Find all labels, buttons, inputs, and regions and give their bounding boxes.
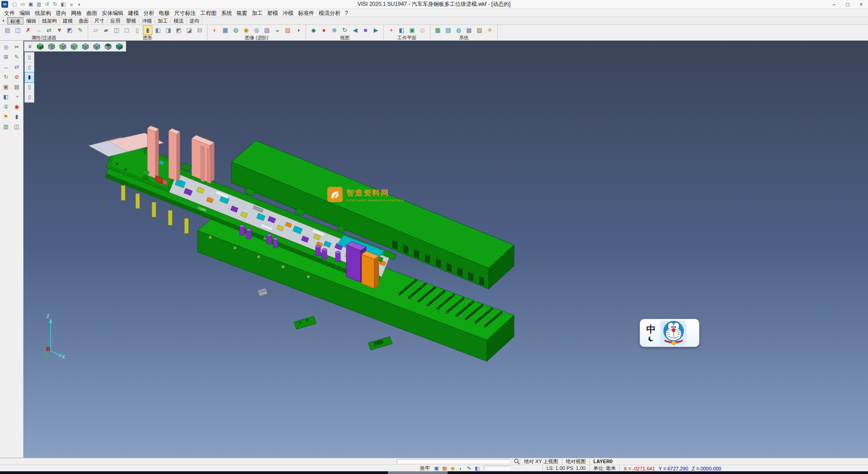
menu-item-17[interactable]: 标准件 (296, 9, 316, 17)
options-icon[interactable]: ≡ (68, 1, 75, 8)
taskbar[interactable] (0, 471, 868, 474)
view-left[interactable] (80, 42, 91, 51)
globe-icon[interactable]: ◍ (454, 25, 463, 35)
quick-access-dropdown-icon[interactable]: ▾ (76, 1, 82, 8)
view-right[interactable] (69, 42, 80, 51)
menu-item-19[interactable]: ? (343, 9, 350, 17)
swap-filter-icon[interactable]: ⇄ (44, 25, 54, 35)
print-icon[interactable]: ▥ (35, 1, 42, 8)
menu-item-4[interactable]: 网格 (69, 9, 84, 17)
clipboard-slot-4-icon[interactable]: ▯ (25, 82, 34, 92)
translate-icon[interactable]: ↔ (1, 62, 11, 71)
view-back[interactable] (91, 42, 102, 51)
menu-item-15[interactable]: 塑模 (265, 9, 280, 17)
menu-item-0[interactable]: 文件 (2, 9, 17, 17)
view-axonometric[interactable] (114, 42, 125, 51)
cube-mode-icon[interactable]: ◧ (473, 465, 481, 472)
pattern-icon[interactable]: ▨ (475, 25, 484, 35)
close-button[interactable]: × (854, 0, 868, 9)
sheet-icon[interactable]: ▤ (12, 82, 22, 91)
new-workplane-icon[interactable]: + (387, 25, 396, 35)
tab-6[interactable]: 应用 (108, 17, 123, 24)
redo-icon[interactable]: ↻ (52, 1, 59, 8)
half-shade-icon[interactable]: ◐ (457, 465, 465, 472)
bulb-icon[interactable]: ◉ (449, 465, 457, 472)
tab-0[interactable]: 标准 (7, 17, 24, 24)
delete-filter-icon[interactable]: ✗ (24, 25, 33, 35)
menu-item-9[interactable]: 电极 (156, 9, 172, 17)
pan-icon[interactable]: ⊕ (330, 25, 339, 35)
element-attributes-icon[interactable]: ▤ (3, 25, 12, 35)
rotate-view-icon[interactable]: ↻ (340, 25, 349, 35)
section-view-icon[interactable]: ◧ (153, 25, 163, 35)
mask-filter-icon[interactable]: ▼ (55, 25, 64, 35)
color-palette-icon[interactable]: ▤ (443, 25, 453, 35)
cylinder-display-icon[interactable]: ▯ (132, 25, 142, 35)
menu-item-7[interactable]: 建模 (126, 9, 141, 17)
contrast-icon[interactable]: ◑ (293, 25, 303, 35)
history-clock-icon[interactable]: ◔ (12, 92, 22, 101)
clipboard-slot-2-icon[interactable]: ▯ (25, 62, 34, 72)
view-isometric[interactable] (35, 42, 46, 51)
menu-item-12[interactable]: 系统 (219, 9, 234, 17)
open-file-icon[interactable]: ▭ (19, 1, 26, 8)
zoom-all-icon[interactable]: ◆ (309, 25, 318, 35)
environment-icon[interactable]: ◒ (273, 25, 282, 35)
menu-item-5[interactable]: 曲面 (84, 9, 99, 17)
view-top[interactable] (46, 42, 57, 51)
taskbar-preview-box[interactable] (388, 471, 448, 474)
toggle-workplane-icon[interactable]: ◇ (418, 25, 427, 35)
tab-8[interactable]: 冲模 (139, 17, 155, 24)
search-icon[interactable] (514, 458, 520, 465)
chart-icon[interactable]: ▥ (1, 122, 11, 131)
menu-item-10[interactable]: 尺寸标注 (172, 9, 198, 17)
clip-plane-icon[interactable]: ◨ (164, 25, 173, 35)
menu-item-13[interactable]: 视窗 (234, 9, 250, 17)
menu-item-1[interactable]: 编辑 (17, 9, 33, 17)
ime-status-widget[interactable]: 中 (640, 319, 699, 347)
view-cube-icon[interactable]: ◧ (60, 1, 67, 8)
viewport-3d[interactable]: FORK FORK (24, 41, 868, 458)
measure-icon[interactable]: ② (1, 102, 11, 111)
view-menu-icon[interactable]: ≡ (25, 42, 34, 51)
table-icon[interactable]: ▩ (464, 25, 474, 35)
camera-icon[interactable]: ◎ (252, 25, 261, 35)
target-icon[interactable]: ◉ (12, 102, 22, 111)
background-icon[interactable]: ⊟ (195, 25, 204, 35)
menu-item-11[interactable]: 工程图 (198, 9, 219, 17)
menu-item-18[interactable]: 模流分析 (316, 9, 343, 17)
ime-moon-icon[interactable] (648, 336, 654, 342)
status-lock-label[interactable]: 拴牢 (418, 465, 432, 472)
clipboard-slot-1-icon[interactable]: ▯ (25, 52, 34, 62)
solid-icon[interactable]: ◧ (1, 92, 11, 101)
save-icon[interactable]: ▣ (27, 1, 34, 8)
select-zoom-icon[interactable]: ◎ (1, 43, 11, 52)
menu-item-8[interactable]: 分析 (141, 9, 156, 17)
maximize-button[interactable]: □ (841, 0, 854, 9)
undo-icon[interactable]: ↺ (43, 1, 51, 8)
grid-settings-icon[interactable]: ▦ (433, 25, 443, 35)
clipboard-slot-5-icon[interactable]: ▯ (25, 92, 34, 102)
render-icon[interactable]: ◐ (210, 25, 220, 35)
selection-filter-icon[interactable]: → (34, 25, 43, 35)
zoom-window-icon[interactable]: ● (319, 25, 329, 35)
rotate-tool-icon[interactable]: ↻ (1, 72, 11, 81)
highlight-filter-icon[interactable]: ◩ (65, 25, 75, 35)
tab-10[interactable]: 模流 (171, 17, 187, 24)
view-front[interactable] (57, 42, 68, 51)
menu-item-14[interactable]: 加工 (250, 9, 265, 17)
system-settings-icon[interactable]: ✳ (485, 25, 495, 35)
menu-item-6[interactable]: 实体编辑 (99, 9, 126, 17)
tab-11[interactable]: 逆向 (187, 17, 203, 24)
previous-view-icon[interactable]: ◀ (350, 25, 360, 35)
battery-icon[interactable]: ▮ (12, 112, 22, 121)
minimize-button[interactable]: – (827, 0, 841, 9)
texture-icon[interactable]: ▦ (221, 25, 230, 35)
clipboard-slot-3-icon[interactable]: ▮ (25, 72, 34, 82)
delete-tool-icon[interactable]: ⊘ (12, 72, 22, 81)
tab-1[interactable]: 编辑 (24, 17, 39, 24)
menu-item-16[interactable]: 冲模 (280, 9, 296, 17)
tab-9[interactable]: 加工 (155, 17, 171, 24)
wireframe-icon[interactable]: ▱ (91, 25, 100, 35)
align-workplane-icon[interactable]: ◧ (397, 25, 406, 35)
